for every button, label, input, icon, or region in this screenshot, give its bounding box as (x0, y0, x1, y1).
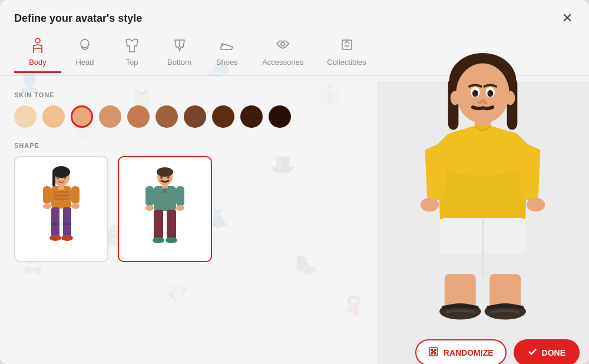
shape-female[interactable] (14, 156, 108, 262)
tab-shoes[interactable]: Shoes (203, 32, 250, 73)
svg-point-52 (478, 101, 482, 104)
tab-collectibles-label: Collectibles (327, 58, 366, 67)
svg-point-55 (506, 91, 515, 105)
preview-avatar-svg (413, 52, 552, 335)
top-icon (124, 37, 140, 55)
dice-icon (428, 346, 439, 359)
svg-point-17 (71, 203, 80, 209)
svg-point-23 (61, 235, 73, 241)
svg-rect-35 (167, 210, 176, 239)
accessories-icon (274, 37, 291, 55)
svg-rect-12 (54, 194, 69, 197)
tab-accessories[interactable]: Accessories (250, 32, 315, 73)
svg-rect-19 (63, 207, 71, 237)
svg-point-4 (281, 42, 284, 46)
skin-swatch-6[interactable] (184, 105, 206, 128)
tab-collectibles[interactable]: Collectibles (315, 32, 378, 73)
bottom-icon (171, 37, 188, 55)
randomize-label: RANDOMIZE (444, 348, 494, 358)
skin-swatch-3[interactable] (99, 105, 121, 128)
skin-swatch-9[interactable] (269, 105, 291, 128)
svg-point-16 (43, 203, 51, 209)
shape-label: SHAPE (14, 142, 363, 149)
collectibles-icon (339, 37, 355, 55)
svg-point-47 (472, 90, 478, 97)
svg-point-58 (527, 198, 545, 212)
svg-point-39 (160, 176, 163, 178)
skin-swatch-4[interactable] (127, 105, 150, 128)
svg-point-54 (451, 91, 460, 105)
bottom-buttons: RANDOMIZE DONE (377, 335, 589, 364)
svg-rect-20 (51, 223, 59, 225)
svg-rect-9 (52, 172, 55, 187)
svg-point-37 (166, 237, 177, 243)
svg-point-67 (431, 349, 432, 351)
male-avatar-svg (138, 164, 191, 255)
check-icon (528, 347, 537, 358)
svg-point-2 (81, 39, 89, 48)
svg-rect-24 (58, 185, 64, 190)
svg-point-70 (434, 353, 436, 355)
tab-body-label: Body (29, 58, 47, 67)
tab-head-label: Head (75, 58, 94, 67)
svg-rect-38 (162, 185, 168, 188)
svg-point-22 (49, 235, 61, 241)
tab-head[interactable]: Head (61, 32, 108, 73)
svg-point-57 (421, 198, 439, 212)
svg-point-48 (488, 90, 494, 97)
svg-point-49 (475, 91, 478, 94)
shoes-icon (219, 37, 235, 55)
svg-rect-31 (176, 186, 184, 206)
svg-point-53 (484, 101, 488, 104)
avatar-style-modal: 👤 👕 👟 🎽 🎒 🕶 💎 🧢 👗 🎩 👔 🥾 🧣 Define your av… (0, 0, 589, 364)
svg-point-36 (153, 237, 164, 243)
skin-swatch-2[interactable] (71, 105, 93, 128)
left-panel: SKIN TONE SHAPE (0, 81, 377, 364)
tab-bottom[interactable]: Bottom (155, 32, 203, 73)
svg-rect-61 (441, 254, 526, 276)
svg-rect-30 (145, 186, 154, 206)
svg-point-32 (145, 205, 154, 211)
body-icon (29, 37, 46, 55)
svg-point-50 (491, 91, 493, 94)
svg-point-28 (157, 167, 173, 177)
shape-male[interactable] (118, 156, 212, 262)
tab-top-label: Top (126, 58, 138, 67)
svg-point-71 (432, 351, 434, 353)
skin-swatch-8[interactable] (240, 105, 263, 128)
skin-swatch-5[interactable] (155, 105, 178, 128)
skin-tone-label: SKIN TONE (14, 91, 363, 98)
svg-rect-13 (54, 198, 69, 200)
modal-title: Define your avatar's style (14, 12, 142, 25)
skin-tone-row (14, 105, 363, 128)
shape-row (14, 156, 363, 262)
done-label: DONE (542, 348, 565, 358)
done-button[interactable]: DONE (514, 339, 580, 364)
skin-swatch-7[interactable] (212, 105, 234, 128)
skin-swatch-0[interactable] (14, 105, 37, 128)
svg-rect-15 (71, 186, 80, 204)
skin-swatch-1[interactable] (42, 105, 65, 128)
svg-point-40 (167, 176, 170, 178)
svg-point-68 (434, 349, 436, 351)
svg-point-0 (35, 38, 40, 43)
modal-header: Define your avatar's style ✕ (0, 0, 589, 27)
svg-point-26 (64, 176, 66, 179)
head-icon (77, 37, 93, 55)
svg-point-25 (57, 176, 59, 179)
tab-body[interactable]: Body (14, 32, 61, 73)
tab-bottom-label: Bottom (167, 58, 191, 67)
svg-point-33 (176, 205, 184, 211)
svg-rect-21 (63, 223, 71, 225)
tab-top[interactable]: Top (108, 32, 155, 73)
main-content: SKIN TONE SHAPE (0, 81, 589, 364)
tab-accessories-label: Accessories (262, 58, 303, 67)
svg-point-69 (431, 353, 432, 355)
close-button[interactable]: ✕ (560, 9, 575, 27)
randomize-button[interactable]: RANDOMIZE (415, 339, 507, 364)
svg-rect-18 (51, 207, 59, 237)
svg-point-44 (456, 64, 509, 124)
female-avatar-svg (35, 164, 88, 255)
svg-rect-11 (54, 191, 69, 193)
right-panel: RANDOMIZE DONE (377, 81, 589, 364)
